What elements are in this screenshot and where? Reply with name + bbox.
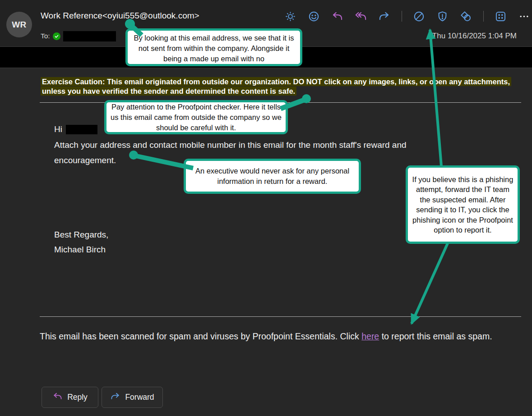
block-sender-icon[interactable] bbox=[412, 9, 426, 23]
caution-banner: Exercise Caution: This email originated … bbox=[41, 77, 513, 96]
email-reading-pane: WR Work Reference<oyiui555@outlook.com> … bbox=[0, 0, 532, 416]
arrow-to-here-link bbox=[412, 243, 448, 324]
apps-grid-icon[interactable] bbox=[494, 9, 507, 23]
reply-all-icon[interactable] bbox=[354, 9, 367, 23]
reply-arrow-icon bbox=[52, 391, 63, 404]
addins-icon[interactable] bbox=[459, 9, 472, 23]
redacted-recipient bbox=[63, 31, 116, 41]
sun-icon[interactable] bbox=[283, 9, 297, 23]
proofpoint-text-after: to report this email as spam. bbox=[379, 331, 492, 341]
recipient-row: To: bbox=[41, 31, 116, 41]
message-timestamp: Thu 10/16/2025 1:04 PM bbox=[432, 32, 517, 41]
reply-button-label: Reply bbox=[67, 393, 88, 402]
forward-button-label: Forward bbox=[125, 393, 154, 402]
forward-button[interactable]: Forward bbox=[102, 387, 163, 408]
presence-check-icon bbox=[53, 32, 60, 40]
reply-button[interactable]: Reply bbox=[42, 387, 98, 408]
reply-icon[interactable] bbox=[330, 9, 344, 23]
proofpoint-text-before: This email has been scanned for spam and… bbox=[40, 331, 361, 341]
report-spam-link[interactable]: here bbox=[361, 331, 379, 341]
report-phishing-icon[interactable] bbox=[435, 9, 449, 23]
more-options-icon[interactable] bbox=[517, 9, 531, 23]
emoji-icon[interactable] bbox=[307, 9, 320, 23]
toolbar-divider bbox=[483, 11, 484, 22]
forward-icon[interactable] bbox=[377, 9, 391, 23]
greeting-text: Hi bbox=[54, 124, 62, 134]
annotation-reward-warning: An executive would never ask for any per… bbox=[184, 159, 361, 194]
proofpoint-footer: This email has been scanned for spam and… bbox=[40, 329, 523, 343]
forward-arrow-icon bbox=[110, 391, 120, 404]
avatar[interactable]: WR bbox=[6, 12, 32, 37]
message-toolbar bbox=[283, 9, 532, 23]
greeting-line: Hi bbox=[54, 124, 97, 134]
to-label: To: bbox=[41, 32, 50, 40]
annotation-proofpoint-checker: Pay attention to the Proofpoint checker.… bbox=[104, 100, 288, 134]
signature-name: Michael Birch bbox=[54, 245, 106, 255]
annotation-phishing-report: If you believe this is a phishing attemp… bbox=[406, 165, 520, 244]
redacted-name bbox=[66, 125, 97, 134]
annotation-email-address: By looking at this email address, we see… bbox=[125, 28, 302, 66]
caution-banner-text: Exercise Caution: This email originated … bbox=[41, 77, 511, 96]
signoff-text: Best Regards, bbox=[54, 230, 108, 240]
divider-line bbox=[40, 316, 521, 317]
toolbar-divider bbox=[402, 11, 402, 22]
sender-address[interactable]: Work Reference<oyiui555@outlook.com> bbox=[41, 11, 199, 21]
